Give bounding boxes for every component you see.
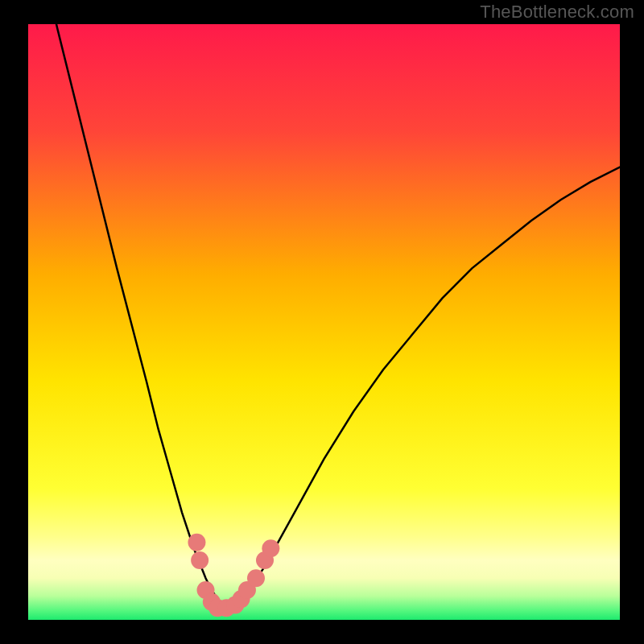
data-marker [191,551,208,569]
chart-container: TheBottleneck.com [0,0,644,644]
data-marker [247,569,265,587]
plot-area [28,24,620,620]
bottleneck-chart [28,24,620,620]
gradient-background [28,24,620,620]
data-marker [188,534,205,551]
data-marker [262,539,279,557]
watermark-text: TheBottleneck.com [480,2,634,23]
